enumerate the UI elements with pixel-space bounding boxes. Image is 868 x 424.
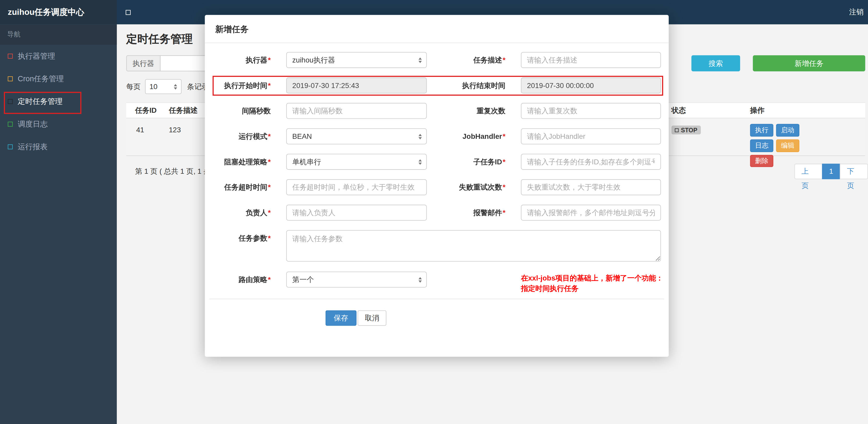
modal-title: 新增任务 bbox=[205, 15, 669, 43]
sidebar-item-cron-manage[interactable]: Cron任务管理 bbox=[0, 67, 117, 90]
sidebar-item-executor-manage[interactable]: 执行器管理 bbox=[0, 45, 117, 67]
brand-title: zuihou任务调度中心 bbox=[0, 0, 117, 24]
save-button[interactable]: 保存 bbox=[326, 310, 356, 326]
square-icon bbox=[8, 122, 13, 127]
sidebar: 导航 执行器管理 Cron任务管理 定时任务管理 调度日志 运行报表 bbox=[0, 24, 117, 424]
run-mode-select-value: BEAN bbox=[292, 132, 418, 141]
form-row-interval: 间隔秒数 重复次数 bbox=[205, 103, 669, 119]
square-icon bbox=[8, 99, 13, 104]
header-job-id: 任务ID bbox=[135, 103, 157, 118]
block-strategy-select[interactable]: 单机串行 bbox=[286, 154, 427, 170]
sidebar-item-label: 调度日志 bbox=[18, 119, 48, 129]
start-time-input[interactable] bbox=[286, 77, 427, 94]
form-row-run-mode: 运行模式* BEAN JobHandler* bbox=[205, 128, 669, 144]
header-actions: 操作 bbox=[750, 103, 765, 118]
per-page-select[interactable]: 10 bbox=[145, 79, 181, 94]
prev-page-button[interactable]: 上页 bbox=[795, 164, 823, 179]
log-button[interactable]: 日志 bbox=[750, 139, 773, 152]
timeout-input[interactable] bbox=[286, 179, 427, 195]
edit-button[interactable]: 编辑 bbox=[776, 139, 799, 152]
per-page-label: 每页 bbox=[126, 79, 141, 94]
fail-retry-input[interactable] bbox=[521, 179, 661, 195]
feature-note-line2: 指定时间执行任务 bbox=[521, 283, 669, 294]
job-param-label: 任务参数* bbox=[205, 230, 271, 246]
select-arrows-icon bbox=[418, 134, 422, 139]
route-strategy-label: 路由策略* bbox=[205, 272, 271, 288]
square-icon bbox=[8, 144, 13, 149]
add-task-button[interactable]: 新增任务 bbox=[753, 55, 865, 71]
stop-icon bbox=[675, 128, 679, 132]
square-icon bbox=[8, 54, 13, 59]
block-strategy-select-value: 单机串行 bbox=[292, 157, 418, 167]
alarm-email-input[interactable] bbox=[521, 205, 661, 221]
select-arrows-icon bbox=[418, 159, 422, 165]
delete-button[interactable]: 删除 bbox=[750, 155, 773, 167]
select-arrows-icon bbox=[418, 277, 422, 282]
status-text: STOP bbox=[681, 127, 697, 133]
child-job-input[interactable] bbox=[521, 154, 661, 170]
square-icon bbox=[8, 76, 13, 81]
sidebar-item-scheduled-task-manage[interactable]: 定时任务管理 bbox=[0, 90, 117, 113]
form-row-time: 执行开始时间* 执行结束时间 bbox=[205, 77, 669, 94]
end-time-label: 执行结束时间 bbox=[432, 77, 505, 94]
job-handler-input[interactable] bbox=[521, 128, 661, 144]
current-page-button[interactable]: 1 bbox=[822, 164, 840, 179]
job-desc-input[interactable] bbox=[521, 52, 661, 68]
executor-select[interactable]: zuihou执行器 bbox=[286, 52, 427, 68]
modal-header: 新增任务 bbox=[205, 15, 669, 43]
route-strategy-select-value: 第一个 bbox=[292, 274, 418, 284]
interval-input[interactable] bbox=[286, 103, 427, 119]
form-row-executor: 执行器* zuihou执行器 任务描述* bbox=[205, 52, 669, 68]
row-actions: 执行 启动 日志 编辑 删除 bbox=[750, 124, 819, 167]
block-strategy-label: 阻塞处理策略* bbox=[205, 154, 271, 170]
job-param-textarea[interactable] bbox=[286, 230, 661, 261]
sidebar-item-dispatch-log[interactable]: 调度日志 bbox=[0, 113, 117, 135]
sidebar-item-run-report[interactable]: 运行报表 bbox=[0, 135, 117, 158]
form-row-block-strategy: 阻塞处理策略* 单机串行 子任务ID* bbox=[205, 154, 669, 170]
fail-retry-label: 失败重试次数* bbox=[432, 179, 505, 195]
form-row-author: 负责人* 报警邮件* bbox=[205, 205, 669, 221]
child-job-label: 子任务ID* bbox=[432, 154, 505, 170]
cell-job-id: 41 bbox=[136, 126, 144, 134]
collapse-menu-icon[interactable] bbox=[126, 10, 131, 15]
job-handler-label: JobHandler* bbox=[432, 128, 505, 144]
form-row-timeout: 任务超时时间* 失败重试次数* bbox=[205, 179, 669, 195]
job-desc-label: 任务描述* bbox=[432, 52, 505, 68]
modal-footer-divider bbox=[209, 299, 664, 299]
repeat-input[interactable] bbox=[521, 103, 661, 119]
execute-button[interactable]: 执行 bbox=[750, 124, 773, 136]
executor-label: 执行器* bbox=[205, 52, 271, 68]
start-button[interactable]: 启动 bbox=[776, 124, 799, 136]
sidebar-item-label: Cron任务管理 bbox=[18, 74, 64, 84]
timeout-label: 任务超时时间* bbox=[205, 179, 271, 195]
executor-filter-label: 执行器 bbox=[126, 55, 161, 71]
cancel-button[interactable]: 取消 bbox=[358, 310, 386, 326]
status-badge: STOP bbox=[672, 126, 701, 134]
form-row-job-param: 任务参数* bbox=[205, 230, 669, 261]
page-title: 定时任务管理 bbox=[126, 32, 193, 46]
next-page-button[interactable]: 下页 bbox=[840, 164, 868, 179]
select-arrows-icon bbox=[174, 84, 177, 89]
app-viewport: zuihou任务调度中心 注销 导航 执行器管理 Cron任务管理 定时任务管理… bbox=[0, 0, 868, 424]
cell-job-desc: 123 bbox=[169, 126, 181, 134]
header-status: 状态 bbox=[672, 103, 686, 118]
executor-select-value: zuihou执行器 bbox=[292, 55, 418, 65]
header-job-desc: 任务描述 bbox=[169, 103, 197, 118]
per-page-value: 10 bbox=[149, 82, 174, 91]
start-time-label: 执行开始时间* bbox=[205, 77, 271, 94]
sidebar-item-label: 定时任务管理 bbox=[18, 97, 63, 106]
logout-link[interactable]: 注销 bbox=[849, 0, 864, 24]
pagination: 上页 1 下页 bbox=[795, 164, 868, 179]
end-time-input[interactable] bbox=[521, 77, 661, 94]
interval-label: 间隔秒数 bbox=[205, 103, 271, 119]
author-label: 负责人* bbox=[205, 205, 271, 221]
select-arrows-icon bbox=[418, 57, 422, 63]
feature-note: 在xxl-jobs项目的基础上，新增了一个功能： 指定时间执行任务 bbox=[521, 273, 669, 294]
sidebar-item-label: 运行报表 bbox=[18, 142, 48, 152]
route-strategy-select[interactable]: 第一个 bbox=[286, 272, 427, 288]
repeat-label: 重复次数 bbox=[432, 103, 505, 119]
feature-note-line1: 在xxl-jobs项目的基础上，新增了一个功能： bbox=[521, 273, 669, 283]
search-button[interactable]: 搜索 bbox=[691, 55, 740, 71]
run-mode-select[interactable]: BEAN bbox=[286, 128, 427, 144]
author-input[interactable] bbox=[286, 205, 427, 221]
